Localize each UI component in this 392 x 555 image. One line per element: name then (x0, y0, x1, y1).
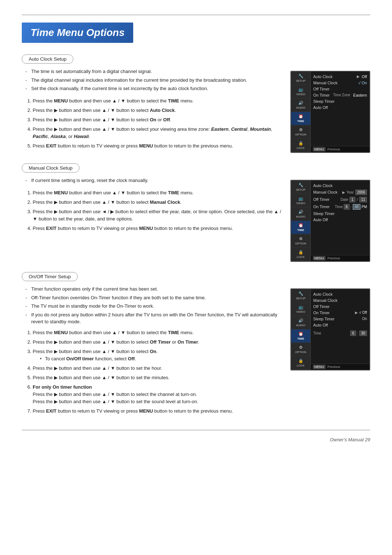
tv3-on-timer: On Timer ▶ √ Off (313, 309, 367, 316)
auto-clock-bullet-3: Set the clock manually, if the current t… (25, 85, 282, 92)
auto-clock-step-4: Press the ▶ button and then use ▲ / ▼ bu… (33, 126, 282, 140)
tv1-sidebar-lock: 🔒 LOCK (291, 139, 310, 152)
tv1-sidebar-option: ⚙ OPTION (291, 125, 310, 139)
on-off-step-4: Press the ▶ button and then use ▲ / ▼ bu… (33, 365, 282, 372)
on-off-step-3: Press the ▶ button and then use ▲ / ▼ bu… (33, 348, 282, 362)
on-off-bullet-1: Timer function operates only if the curr… (25, 285, 282, 293)
on-off-bullet-4: If you do not press any button within 2 … (25, 311, 282, 325)
tv2-on-timer: On Timer Time 6 : 48 PM (313, 203, 367, 210)
tv3-sleep-timer: Sleep Timer On (313, 316, 367, 322)
auto-clock-steps: Press the MENU button and then use ▲ / ▼… (33, 97, 282, 150)
footer-page: Owner's Manual 29 (22, 437, 370, 442)
tv1-sidebar: 🔧 SETUP 📺 VIDEO 🔊 AUDIO ⏰ TIME (291, 72, 311, 152)
on-off-step-3-sub-1: To cancel On/Off timer function, select … (40, 355, 282, 362)
footer-label: Owner's Manual (330, 437, 364, 442)
auto-clock-step-1: Press the MENU button and then use ▲ / ▼… (33, 97, 282, 105)
tv1-sidebar-time: ⏰ TIME (291, 112, 310, 125)
tv1-off-timer: Off Timer (313, 86, 367, 92)
on-off-timer-section: On/Off Timer Setup Timer function operat… (22, 272, 370, 418)
tv2-sidebar-time: ⏰ TIME (291, 221, 310, 234)
tv3-footer: MENU Previous (311, 364, 369, 370)
auto-clock-bullets: The time is set automatically from a dig… (25, 68, 282, 92)
auto-clock-bullet-2: The digital channel signal includes info… (25, 77, 282, 84)
bottom-rule (22, 430, 370, 430)
on-off-step-6: For only On timer function Press the ▶ b… (33, 384, 282, 405)
tv-screen-3: 🔧 SETUP 📺 VIDEO 🔊 AUDIO ⏰ TIME (290, 288, 370, 370)
on-off-timer-steps: Press the MENU button and then use ▲ / ▼… (33, 329, 282, 415)
auto-clock-section: Auto Clock Setup The time is set automat… (22, 54, 370, 153)
tv2-sleep-timer: Sleep Timer (313, 210, 367, 216)
tv1-right-panel: Auto Clock ▶ Off Manual Clock √ On Off T… (311, 72, 369, 146)
on-off-timer-text: Timer function operates only if the curr… (22, 285, 282, 418)
on-off-step-2: Press the ▶ button and then use ▲ / ▼ bu… (33, 339, 282, 346)
on-off-bullet-2: Off-Timer function overrides On-Timer fu… (25, 294, 282, 301)
tv3-auto-off: Auto Off (313, 322, 367, 328)
tv3-off-timer: Off Timer (313, 303, 367, 309)
tv3-right-panel: Auto Clock Manual Clock Off Timer On Tim… (311, 289, 369, 364)
manual-clock-label: Manual Clock Setup (22, 163, 79, 173)
tv3-sidebar: 🔧 SETUP 📺 VIDEO 🔊 AUDIO ⏰ TIME (291, 289, 311, 370)
tv2-sidebar-setup: 🔧 SETUP (291, 181, 310, 194)
tv1-on-timer: On Timer Time Zone Eastern (313, 92, 367, 98)
tv2-sidebar-lock: 🔒 LOCK (291, 248, 310, 261)
auto-clock-bullet-1: The time is set automatically from a dig… (25, 68, 282, 75)
tv3-sidebar-time: ⏰ TIME (291, 329, 310, 343)
on-off-step-7: Press EXIT button to return to TV viewin… (33, 408, 282, 415)
top-rule (22, 15, 370, 15)
on-off-step-5: Press the ▶ button and then use ▲ / ▼ bu… (33, 374, 282, 381)
on-off-timer-label: On/Off Timer Setup (22, 272, 78, 281)
auto-clock-step-2: Press the ▶ button and then use ▲ / ▼ bu… (33, 107, 282, 114)
tv2-sidebar: 🔧 SETUP 📺 VIDEO 🔊 AUDIO ⏰ TIME (291, 181, 311, 261)
footer-page-number: 29 (365, 437, 370, 442)
tv2-manual-clock: Manual Clock ▶ Year 2006 (313, 189, 367, 196)
auto-clock-text: The time is set automatically from a dig… (22, 68, 282, 153)
manual-clock-step-1: Press the MENU button and then use ▲ / ▼… (33, 189, 282, 197)
tv2-sidebar-option: ⚙ OPTION (291, 234, 310, 248)
tv-screen-2: 🔧 SETUP 📺 VIDEO 🔊 AUDIO ⏰ TIME (290, 180, 370, 262)
tv3-time-row: Time 6 : 30 (313, 329, 367, 337)
tv1-auto-off: Auto Off (313, 104, 367, 110)
manual-clock-content: If current time setting is wrong, reset … (22, 177, 370, 262)
tv1-auto-clock: Auto Clock ▶ Off (313, 73, 367, 80)
manual-clock-steps: Press the MENU button and then use ▲ / ▼… (33, 189, 282, 232)
auto-clock-step-5: Press EXIT button to return to TV viewin… (33, 142, 282, 150)
tv2-auto-clock: Auto Clock (313, 182, 367, 189)
tv1-sidebar-video: 📺 VIDEO (291, 85, 310, 98)
tv2-sidebar-audio: 🔊 AUDIO (291, 207, 310, 221)
auto-clock-step-3: Press the ▶ button and then use ▲ / ▼ bu… (33, 116, 282, 123)
tv2-right-panel: Auto Clock Manual Clock ▶ Year 2006 Off … (311, 181, 369, 255)
tv2-sidebar-video: 📺 VIDEO (291, 194, 310, 207)
tv1-manual-clock: Manual Clock √ On (313, 80, 367, 86)
tv3-auto-clock: Auto Clock (313, 291, 367, 297)
tv2-off-timer: Off Timer Date 1 / 11 (313, 196, 367, 203)
tv3-sidebar-setup: 🔧 SETUP (291, 289, 310, 303)
tv2-auto-off: Auto Off (313, 216, 367, 223)
tv3-sidebar-audio: 🔊 AUDIO (291, 316, 310, 329)
manual-clock-step-4: Press EXIT button to return to TV viewin… (33, 225, 282, 232)
tv3-sidebar-video: 📺 VIDEO (291, 303, 310, 316)
tv1-sleep-timer: Sleep Timer (313, 98, 367, 104)
manual-clock-bullets: If current time setting is wrong, reset … (25, 177, 282, 184)
manual-clock-step-3: Press the ▶ button and then use ◄ / ▶ bu… (33, 208, 282, 223)
auto-clock-content: The time is set automatically from a dig… (22, 68, 370, 153)
on-off-timer-content: Timer function operates only if the curr… (22, 285, 370, 418)
on-off-step-3-sub: To cancel On/Off timer function, select … (33, 355, 282, 362)
on-off-step-1: Press the MENU button and then use ▲ / ▼… (33, 329, 282, 336)
tv1-sidebar-setup: 🔧 SETUP (291, 72, 310, 85)
tv3-sidebar-option: ⚙ OPTION (291, 343, 310, 356)
auto-clock-label: Auto Clock Setup (22, 54, 73, 64)
tv3-manual-clock: Manual Clock (313, 297, 367, 303)
tv1-sidebar-audio: 🔊 AUDIO (291, 98, 310, 112)
tv-screen-1: 🔧 SETUP 📺 VIDEO 🔊 AUDIO ⏰ TIME (290, 71, 370, 153)
page-title: Time Menu Options (22, 23, 133, 43)
on-off-timer-bullets: Timer function operates only if the curr… (25, 285, 282, 325)
tv3-sidebar-lock: 🔒 LOCK (291, 356, 310, 370)
manual-clock-section: Manual Clock Setup If current time setti… (22, 163, 370, 262)
manual-clock-step-2: Press the ▶ button and then use ▲ / ▼ bu… (33, 199, 282, 206)
tv1-footer: MENU Previous (311, 146, 369, 152)
tv2-footer: MENU Previous (311, 255, 369, 261)
on-off-bullet-3: The TV must be in standby mode for the O… (25, 303, 282, 310)
manual-clock-text: If current time setting is wrong, reset … (22, 177, 282, 236)
manual-clock-bullet-1: If current time setting is wrong, reset … (25, 177, 282, 184)
